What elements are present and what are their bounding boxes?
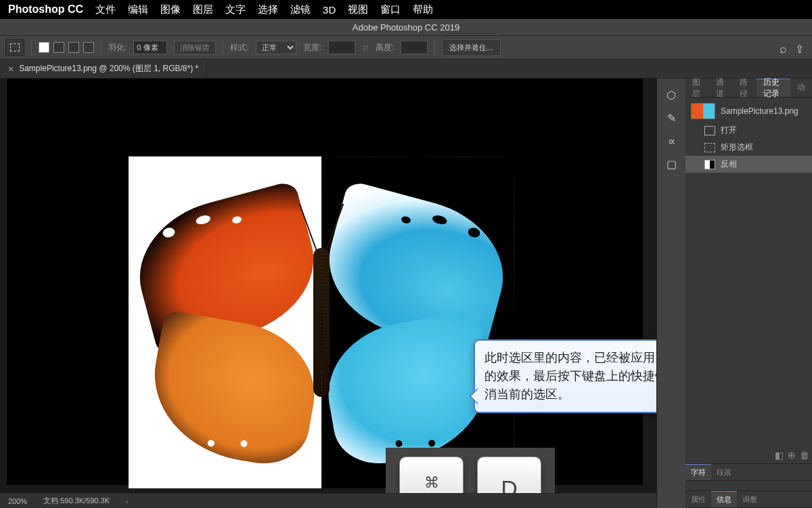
menu-help[interactable]: 帮助: [413, 3, 433, 16]
right-panels: ⬡ ✎ ∝ ▢ 图层 通道 路径 历史记录 动 SamplePicture13.…: [656, 79, 812, 508]
style-select[interactable]: 正常: [256, 41, 296, 54]
brush-icon[interactable]: ✎: [659, 107, 683, 129]
menubar: Photoshop CC 文件 编辑 图像 图层 文字 选择 滤镜 3D 视图 …: [0, 0, 812, 19]
collapsed-panel-icons: ⬡ ✎ ∝ ▢: [657, 79, 685, 508]
selection-mode-group: [39, 42, 94, 53]
cube-icon[interactable]: ⬡: [659, 84, 683, 106]
menu-edit[interactable]: 编辑: [128, 3, 148, 16]
tab-properties[interactable]: 属性: [685, 491, 711, 507]
open-file-icon: [704, 126, 715, 135]
menu-window[interactable]: 窗口: [380, 3, 401, 16]
camera-icon[interactable]: ◧: [775, 450, 784, 461]
tab-character[interactable]: 字符: [685, 464, 711, 480]
zoom-level[interactable]: 200%: [8, 497, 27, 505]
feather-label: 羽化:: [108, 42, 127, 54]
history-filename: SamplePicture13.png: [721, 106, 798, 116]
width-label: 宽度:: [303, 42, 321, 54]
tab-actions[interactable]: 动: [790, 79, 812, 97]
status-bar: 200% 文档:590.3K/590.3K ›: [0, 493, 656, 508]
panel-tabs: 图层 通道 路径 历史记录 动: [685, 79, 812, 98]
antialias-checkbox[interactable]: 消除锯齿: [174, 41, 216, 55]
invert-icon: [704, 160, 715, 169]
menu-layer[interactable]: 图层: [193, 3, 213, 16]
menu-3d[interactable]: 3D: [323, 4, 336, 16]
history-item-invert[interactable]: 反相: [685, 156, 812, 173]
tutorial-tooltip: 此时选区里的内容，已经被应用了反相的效果，最后按下键盘上的快捷键，取消当前的选区…: [474, 339, 656, 413]
document-tabs: × SamplePicture13.png @ 200% (图层 1, RGB/…: [0, 60, 812, 79]
tab-history[interactable]: 历史记录: [757, 79, 790, 97]
tab-paragraph[interactable]: 段落: [711, 464, 737, 480]
menu-file[interactable]: 文件: [95, 3, 116, 16]
close-tab-icon[interactable]: ×: [8, 64, 14, 75]
trash-icon[interactable]: 🗑: [800, 450, 809, 461]
history-item-marquee[interactable]: 矩形选框: [685, 139, 812, 156]
menu-text[interactable]: 文字: [225, 3, 246, 16]
document-tab-title: SamplePicture13.png @ 200% (图层 1, RGB/8*…: [19, 63, 198, 75]
canvas: [7, 79, 643, 485]
app-logo: Photoshop CC: [8, 3, 83, 16]
command-symbol-icon: ⌘: [424, 474, 439, 492]
tab-channels[interactable]: 通道: [709, 79, 733, 97]
select-and-mask-button[interactable]: 选择并遮住...: [442, 39, 500, 56]
history-item-open[interactable]: 打开: [685, 122, 812, 139]
menu-image[interactable]: 图像: [160, 3, 181, 16]
feather-input[interactable]: [133, 41, 167, 54]
new-snapshot-icon[interactable]: ⊕: [788, 450, 796, 461]
swap-icon[interactable]: ⇄: [362, 43, 369, 52]
width-input[interactable]: [328, 41, 355, 54]
options-bar: 羽化: 消除锯齿 样式: 正常 宽度: ⇄ 高度: 选择并遮住...: [0, 35, 812, 60]
history-thumbnail-icon: [691, 103, 715, 119]
history-panel: SamplePicture13.png 打开 矩形选框 反相: [685, 98, 812, 175]
marquee-icon: [704, 143, 715, 152]
canvas-area[interactable]: 此时选区里的内容，已经被应用了反相的效果，最后按下键盘上的快捷键，取消当前的选区…: [0, 79, 656, 508]
search-icon[interactable]: ⌕: [780, 42, 787, 56]
height-input[interactable]: [401, 41, 428, 54]
properties-panel-tabs: 属性 信息 调整: [685, 490, 812, 508]
share-icon[interactable]: ⇪: [795, 43, 804, 56]
tab-paths[interactable]: 路径: [733, 79, 757, 97]
tooltip-text: 此时选区里的内容，已经被应用了反相的效果，最后按下键盘上的快捷键，取消当前的选区…: [484, 351, 656, 401]
history-label: 矩形选框: [721, 142, 753, 153]
add-selection-icon[interactable]: [53, 42, 64, 53]
history-label: 反相: [721, 158, 737, 170]
intersect-selection-icon[interactable]: [83, 42, 94, 53]
doc-info[interactable]: 文档:590.3K/590.3K: [43, 496, 110, 506]
height-label: 高度:: [376, 42, 394, 54]
style-label: 样式:: [230, 42, 248, 54]
link-icon[interactable]: ∝: [659, 130, 683, 152]
tab-info[interactable]: 信息: [711, 491, 737, 507]
tab-adjustments[interactable]: 调整: [737, 491, 763, 507]
marquee-selection: [321, 156, 514, 495]
panel-footer: ◧ ⊕ 🗑: [685, 447, 812, 463]
chevron-right-icon[interactable]: ›: [126, 497, 129, 505]
history-snapshot[interactable]: SamplePicture13.png: [685, 100, 812, 122]
tab-layers[interactable]: 图层: [685, 79, 709, 97]
character-panel-tabs: 字符 段落: [685, 463, 812, 481]
tool-marquee-icon[interactable]: [5, 39, 24, 56]
new-selection-icon[interactable]: [39, 42, 49, 53]
menu-view[interactable]: 视图: [348, 3, 368, 16]
menu-select[interactable]: 选择: [258, 3, 278, 16]
document-tab[interactable]: × SamplePicture13.png @ 200% (图层 1, RGB/…: [0, 60, 207, 77]
frame-icon[interactable]: ▢: [659, 153, 683, 175]
subtract-selection-icon[interactable]: [68, 42, 79, 53]
menu-filter[interactable]: 滤镜: [290, 3, 311, 16]
window-title: Adobe Photoshop CC 2019: [0, 19, 812, 35]
history-label: 打开: [721, 125, 737, 136]
